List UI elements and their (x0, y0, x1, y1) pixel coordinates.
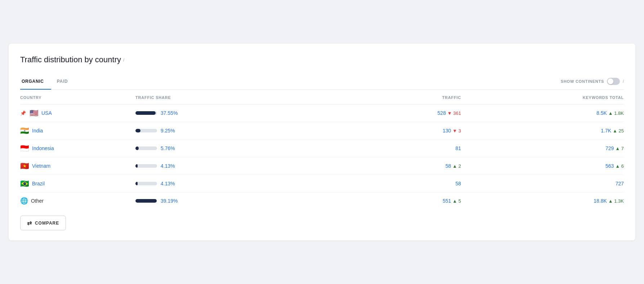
share-pct-india: 9.25% (161, 128, 175, 134)
bar-fill-brazil (135, 182, 138, 185)
kw-delta-other: ▲ 1.3K (608, 198, 624, 204)
traffic-main-other: 551 (443, 198, 451, 204)
share-pct-usa: 37.55% (161, 110, 178, 116)
tabs-row: ORGANIC PAID SHOW CONTINENTS i (20, 73, 624, 90)
table-row: 🌐Other39.19%551 ▲ 518.8K ▲ 1.3K (20, 193, 624, 209)
bar-wrap-brazil (135, 182, 157, 185)
country-name-india[interactable]: India (32, 128, 43, 134)
flag-usa: 🇺🇸 (30, 109, 39, 117)
table-row: 🇧🇷Brazil4.13%58727 (20, 175, 624, 193)
share-pct-indonesia: 5.76% (161, 145, 175, 151)
bar-wrap-vietnam (135, 164, 157, 168)
country-name-usa[interactable]: USA (41, 110, 52, 116)
keywords-cell-indonesia: 729 ▲ 7 (461, 145, 624, 151)
table-row: 🇻🇳Vietnam4.13%58 ▲ 2563 ▲ 6 (20, 157, 624, 175)
bar-fill-vietnam (135, 164, 138, 168)
bar-fill-india (135, 129, 140, 132)
share-cell-indonesia: 5.76% (135, 145, 298, 151)
show-continents-toggle[interactable] (607, 78, 620, 85)
flag-other: 🌐 (20, 198, 28, 204)
country-cell-india: 🇮🇳India (20, 127, 135, 134)
traffic-cell-other: 551 ▲ 5 (298, 198, 461, 204)
keywords-cell-usa: 8.5K ▲ 1.8K (461, 110, 624, 116)
flag-india: 🇮🇳 (20, 127, 29, 134)
flag-brazil: 🇧🇷 (20, 180, 29, 187)
tab-paid[interactable]: PAID (51, 73, 75, 90)
pin-icon: 📌 (20, 111, 26, 116)
kw-delta-usa: ▲ 1.8K (608, 111, 624, 116)
country-cell-indonesia: 🇮🇩Indonesia (20, 145, 135, 152)
keywords-cell-brazil: 727 (461, 181, 624, 186)
share-pct-other: 39.19% (161, 198, 178, 204)
col-traffic: TRAFFIC (298, 95, 461, 100)
kw-main-indonesia: 729 (605, 145, 614, 151)
traffic-delta-other: ▲ 5 (452, 198, 461, 204)
col-traffic-share: TRAFFIC SHARE (135, 95, 298, 100)
traffic-cell-usa: 528 ▼ 361 (298, 110, 461, 116)
traffic-main-indonesia: 81 (455, 145, 461, 151)
kw-main-vietnam: 563 (605, 163, 614, 169)
country-cell-brazil: 🇧🇷Brazil (20, 180, 135, 187)
traffic-cell-brazil: 58 (298, 181, 461, 186)
traffic-delta-vietnam: ▲ 2 (452, 163, 461, 169)
show-continents-label: SHOW CONTINENTS (561, 79, 604, 84)
kw-delta-india: ▲ 25 (613, 128, 624, 134)
share-cell-brazil: 4.13% (135, 181, 298, 186)
traffic-table: COUNTRY TRAFFIC SHARE TRAFFIC KEYWORDS T… (20, 90, 624, 209)
traffic-delta-india: ▼ 3 (452, 128, 461, 134)
traffic-main-usa: 528 (438, 110, 446, 116)
card-title-text: Traffic distribution by country (20, 55, 121, 64)
country-name-indonesia[interactable]: Indonesia (32, 145, 54, 151)
country-name-other: Other (31, 198, 44, 204)
kw-main-usa: 8.5K (596, 110, 607, 116)
traffic-cell-india: 130 ▼ 3 (298, 128, 461, 134)
card-title: Traffic distribution by country i (20, 55, 624, 64)
bar-wrap-indonesia (135, 146, 157, 150)
table-row: 🇮🇳India9.25%130 ▼ 31.7K ▲ 25 (20, 122, 624, 140)
bar-fill-usa (135, 111, 156, 115)
share-cell-usa: 37.55% (135, 110, 298, 116)
keywords-cell-other: 18.8K ▲ 1.3K (461, 198, 624, 204)
flag-indonesia: 🇮🇩 (20, 145, 29, 152)
traffic-distribution-card: Traffic distribution by country i ORGANI… (9, 44, 635, 240)
kw-delta-indonesia: ▲ 7 (615, 146, 624, 151)
compare-button-label: COMPARE (35, 221, 59, 226)
kw-delta-vietnam: ▲ 6 (615, 163, 624, 169)
continents-info-icon[interactable]: i (623, 78, 624, 84)
kw-main-other: 18.8K (594, 198, 607, 204)
traffic-cell-vietnam: 58 ▲ 2 (298, 163, 461, 169)
col-keywords: KEYWORDS TOTAL (461, 95, 624, 100)
share-pct-brazil: 4.13% (161, 181, 175, 186)
bar-fill-other (135, 199, 157, 203)
share-cell-india: 9.25% (135, 128, 298, 134)
bar-wrap-india (135, 129, 157, 132)
table-body: 📌🇺🇸USA37.55%528 ▼ 3618.5K ▲ 1.8K🇮🇳India9… (20, 104, 624, 209)
kw-main-india: 1.7K (601, 128, 611, 134)
share-cell-vietnam: 4.13% (135, 163, 298, 169)
table-row: 🇮🇩Indonesia5.76%81729 ▲ 7 (20, 140, 624, 157)
keywords-cell-vietnam: 563 ▲ 6 (461, 163, 624, 169)
traffic-cell-indonesia: 81 (298, 145, 461, 151)
compare-button[interactable]: ⇄ COMPARE (20, 216, 66, 230)
tab-organic[interactable]: ORGANIC (20, 73, 51, 90)
table-header: COUNTRY TRAFFIC SHARE TRAFFIC KEYWORDS T… (20, 90, 624, 104)
traffic-delta-usa: ▼ 361 (447, 111, 461, 116)
share-cell-other: 39.19% (135, 198, 298, 204)
traffic-main-brazil: 58 (455, 181, 461, 186)
kw-main-brazil: 727 (616, 181, 624, 186)
flag-vietnam: 🇻🇳 (20, 162, 29, 170)
bar-fill-indonesia (135, 146, 139, 150)
share-pct-vietnam: 4.13% (161, 163, 175, 169)
title-info-icon[interactable]: i (123, 57, 124, 63)
country-name-vietnam[interactable]: Vietnam (32, 163, 50, 169)
country-cell-usa: 📌🇺🇸USA (20, 109, 135, 117)
keywords-cell-india: 1.7K ▲ 25 (461, 128, 624, 134)
country-cell-vietnam: 🇻🇳Vietnam (20, 162, 135, 170)
bar-wrap-other (135, 199, 157, 203)
tabs: ORGANIC PAID (20, 73, 75, 89)
col-country: COUNTRY (20, 95, 135, 100)
country-name-brazil[interactable]: Brazil (32, 181, 45, 186)
compare-arrows-icon: ⇄ (27, 220, 32, 226)
bar-wrap-usa (135, 111, 157, 115)
country-cell-other: 🌐Other (20, 198, 135, 204)
